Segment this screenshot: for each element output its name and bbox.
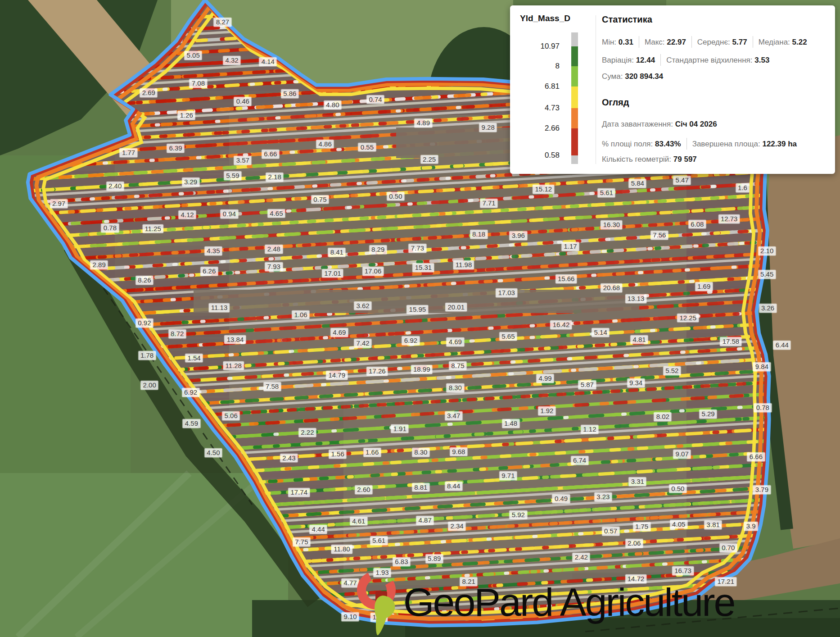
legend-tick: 6.81 [545,82,560,91]
stats-row-2: Варіація: 12.44Стандартне відхилення: 3.… [602,54,769,66]
legend-ticks: 10.9786.814.732.660.58 [520,32,560,164]
legend-tick: 10.97 [540,42,560,51]
legend-tick: 8 [555,62,560,71]
legend-colorbar [571,32,578,164]
geopard-logo-mark [356,569,401,636]
legend-title: Yld_Mass_D [520,14,570,23]
overview-row-2: % площі поля: 83.43%Завершена площа: 122… [602,138,797,150]
legend-color-segment [571,108,578,128]
legend-color-segment [571,86,578,108]
statistics-panel: Yld_Mass_D 10.9786.814.732.660.58 Статис… [510,5,835,174]
overview-title: Огляд [602,97,629,108]
legend-tick: 4.73 [545,104,560,113]
overview-row-1: Дата завантаження: Січ 04 2026 [602,120,717,129]
legend-tick: 0.58 [545,151,560,160]
field-soil-gap [194,290,639,313]
legend-color-segment [571,32,578,46]
stats-title: Статистика [602,14,652,25]
legend-color-segment [571,155,578,164]
legend-tick: 2.66 [545,124,560,133]
stats-column: Статистика Мін: 0.31Макс: 22.97Середнє: … [602,5,826,174]
legend-color-segment [571,66,578,86]
legend-color-segment [571,128,578,155]
geopard-logo: GeoPard Agriculture [356,569,734,636]
legend-color-segment [571,46,578,66]
yield-map-screen: 8.275.054.324.147.082.690.465.864.800.74… [0,0,840,637]
geopard-logo-text: GeoPard Agriculture [403,582,734,622]
panel-divider [596,15,596,164]
stats-row-1: Мін: 0.31Макс: 22.97Середнє: 5.77Медіана… [602,36,807,48]
overview-row-3: Кількість геометрій: 79 597 [602,155,697,164]
stats-row-3: Сума: 320 894.34 [602,72,663,81]
legend: Yld_Mass_D 10.9786.814.732.660.58 [520,5,592,174]
